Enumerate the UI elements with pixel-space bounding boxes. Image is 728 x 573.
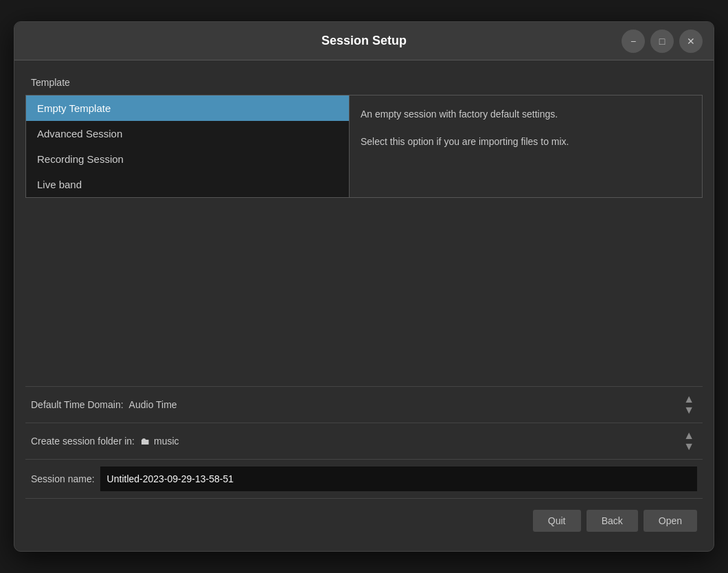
session-name-row: Session name: (25, 460, 703, 499)
window-title: Session Setup (321, 34, 407, 48)
template-left-panel: Empty Template Advanced Session Recordin… (26, 95, 349, 197)
close-button[interactable]: ✕ (679, 30, 703, 53)
template-list: Empty Template Advanced Session Recordin… (26, 95, 349, 197)
time-domain-label: Default Time Domain: (31, 399, 124, 410)
template-item-live-band[interactable]: Live band (26, 172, 349, 197)
template-description-line1: An empty session with factory default se… (361, 106, 691, 122)
main-content: Template Empty Template Advanced Session (14, 60, 714, 551)
template-section: Empty Template Advanced Session Recordin… (25, 95, 703, 198)
back-button[interactable]: Back (587, 510, 638, 532)
session-folder-value: 🖿 music (140, 436, 681, 447)
time-domain-spinner[interactable]: ▲ ▼ (681, 394, 697, 416)
minimize-button[interactable]: − (622, 30, 645, 53)
titlebar-controls: − □ ✕ (622, 30, 703, 53)
fields-section: Default Time Domain: Audio Time ▲ ▼ Crea… (25, 386, 703, 499)
titlebar: Session Setup − □ ✕ (14, 22, 714, 60)
template-description-panel: An empty session with factory default se… (349, 95, 702, 197)
session-name-input[interactable] (100, 467, 697, 491)
session-folder-row: Create session folder in: 🖿 music ▲ ▼ (25, 423, 703, 460)
folder-icon: 🖿 (140, 436, 150, 447)
template-area: Template Empty Template Advanced Session (25, 71, 703, 381)
template-item-advanced-session[interactable]: Advanced Session (26, 121, 349, 146)
quit-button[interactable]: Quit (533, 510, 581, 532)
session-name-label: Session name: (31, 473, 95, 484)
template-item-empty-template[interactable]: Empty Template (26, 95, 349, 121)
session-setup-window: Session Setup − □ ✕ Template Empty Templ… (14, 21, 714, 552)
maximize-button[interactable]: □ (650, 30, 674, 53)
bottom-buttons: Quit Back Open (25, 499, 703, 540)
open-button[interactable]: Open (644, 510, 697, 532)
template-section-label: Template (25, 71, 703, 91)
template-item-recording-session[interactable]: Recording Session (26, 146, 349, 172)
session-folder-path: music (154, 436, 179, 447)
template-description-line2: Select this option if you are importing … (361, 134, 691, 149)
time-domain-value: Audio Time (129, 399, 681, 410)
session-folder-label: Create session folder in: (31, 436, 135, 447)
template-list-container: Empty Template Advanced Session Recordin… (26, 95, 349, 197)
session-folder-spinner[interactable]: ▲ ▼ (681, 430, 697, 452)
time-domain-row: Default Time Domain: Audio Time ▲ ▼ (25, 386, 703, 423)
